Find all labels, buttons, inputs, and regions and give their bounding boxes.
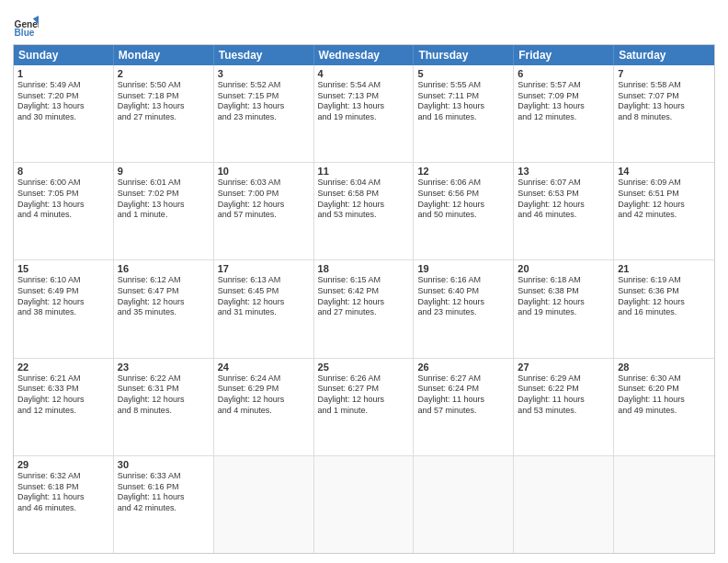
weekday-label: Tuesday (214, 45, 314, 65)
day-number: 7 (618, 68, 711, 79)
logo: General Blue (13, 13, 42, 39)
day-number: 8 (17, 166, 109, 177)
calendar-cell: 20Sunrise: 6:18 AM Sunset: 6:38 PM Dayli… (514, 260, 614, 357)
cell-content: Sunrise: 5:58 AM Sunset: 7:07 PM Dayligh… (618, 80, 711, 123)
calendar-cell: 13Sunrise: 6:07 AM Sunset: 6:53 PM Dayli… (514, 163, 614, 259)
calendar-cell: 10Sunrise: 6:03 AM Sunset: 7:00 PM Dayli… (214, 163, 314, 259)
calendar-cell: 23Sunrise: 6:22 AM Sunset: 6:31 PM Dayli… (114, 359, 214, 455)
cell-content: Sunrise: 6:19 AM Sunset: 6:36 PM Dayligh… (618, 275, 711, 318)
calendar-cell: 15Sunrise: 6:10 AM Sunset: 6:49 PM Dayli… (14, 260, 114, 357)
calendar: SundayMondayTuesdayWednesdayThursdayFrid… (13, 44, 715, 554)
calendar-cell: 3Sunrise: 5:52 AM Sunset: 7:15 PM Daylig… (214, 65, 314, 162)
cell-content: Sunrise: 6:32 AM Sunset: 6:18 PM Dayligh… (17, 471, 109, 514)
weekday-label: Friday (514, 45, 614, 65)
cell-content: Sunrise: 6:07 AM Sunset: 6:53 PM Dayligh… (518, 178, 609, 221)
calendar-row: 15Sunrise: 6:10 AM Sunset: 6:49 PM Dayli… (14, 260, 714, 358)
calendar-cell: 11Sunrise: 6:04 AM Sunset: 6:58 PM Dayli… (314, 163, 415, 259)
calendar-cell (214, 456, 314, 553)
calendar-cell: 6Sunrise: 5:57 AM Sunset: 7:09 PM Daylig… (514, 65, 614, 162)
calendar-row: 29Sunrise: 6:32 AM Sunset: 6:18 PM Dayli… (14, 456, 714, 553)
calendar-header: SundayMondayTuesdayWednesdayThursdayFrid… (14, 45, 714, 65)
cell-content: Sunrise: 6:33 AM Sunset: 6:16 PM Dayligh… (118, 471, 210, 514)
day-number: 24 (218, 362, 310, 373)
cell-content: Sunrise: 6:21 AM Sunset: 6:33 PM Dayligh… (17, 373, 109, 417)
weekday-label: Sunday (14, 45, 114, 65)
logo-icon: General Blue (13, 13, 39, 39)
weekday-label: Thursday (414, 45, 514, 65)
svg-text:Blue: Blue (15, 28, 35, 38)
cell-content: Sunrise: 6:13 AM Sunset: 6:45 PM Dayligh… (218, 275, 310, 318)
cell-content: Sunrise: 6:22 AM Sunset: 6:31 PM Dayligh… (118, 373, 210, 417)
weekday-label: Saturday (614, 45, 714, 65)
cell-content: Sunrise: 6:29 AM Sunset: 6:22 PM Dayligh… (518, 373, 609, 417)
cell-content: Sunrise: 6:16 AM Sunset: 6:40 PM Dayligh… (417, 275, 509, 318)
calendar-cell: 2Sunrise: 5:50 AM Sunset: 7:18 PM Daylig… (114, 65, 214, 162)
day-number: 29 (17, 459, 109, 470)
cell-content: Sunrise: 6:10 AM Sunset: 6:49 PM Dayligh… (17, 275, 109, 318)
calendar-cell: 26Sunrise: 6:27 AM Sunset: 6:24 PM Dayli… (414, 359, 514, 455)
calendar-cell: 12Sunrise: 6:06 AM Sunset: 6:56 PM Dayli… (414, 163, 514, 259)
cell-content: Sunrise: 6:00 AM Sunset: 7:05 PM Dayligh… (17, 178, 109, 221)
calendar-cell: 8Sunrise: 6:00 AM Sunset: 7:05 PM Daylig… (14, 163, 114, 259)
cell-content: Sunrise: 6:04 AM Sunset: 6:58 PM Dayligh… (318, 178, 410, 221)
day-number: 10 (218, 166, 310, 177)
day-number: 5 (417, 68, 509, 79)
calendar-cell: 30Sunrise: 6:33 AM Sunset: 6:16 PM Dayli… (114, 456, 214, 553)
calendar-cell (514, 456, 614, 553)
cell-content: Sunrise: 6:26 AM Sunset: 6:27 PM Dayligh… (318, 373, 410, 417)
cell-content: Sunrise: 6:18 AM Sunset: 6:38 PM Dayligh… (518, 275, 609, 318)
day-number: 23 (118, 362, 210, 373)
day-number: 18 (318, 263, 410, 274)
cell-content: Sunrise: 5:57 AM Sunset: 7:09 PM Dayligh… (518, 80, 609, 123)
day-number: 20 (518, 263, 609, 274)
calendar-cell: 4Sunrise: 5:54 AM Sunset: 7:13 PM Daylig… (314, 65, 415, 162)
calendar-cell (614, 456, 714, 553)
day-number: 16 (118, 263, 210, 274)
day-number: 21 (618, 263, 711, 274)
calendar-cell: 28Sunrise: 6:30 AM Sunset: 6:20 PM Dayli… (614, 359, 714, 455)
day-number: 30 (118, 459, 210, 470)
calendar-cell: 7Sunrise: 5:58 AM Sunset: 7:07 PM Daylig… (614, 65, 714, 162)
day-number: 4 (318, 68, 410, 79)
weekday-label: Wednesday (314, 45, 415, 65)
calendar-cell: 9Sunrise: 6:01 AM Sunset: 7:02 PM Daylig… (114, 163, 214, 259)
cell-content: Sunrise: 6:12 AM Sunset: 6:47 PM Dayligh… (118, 275, 210, 318)
calendar-cell: 22Sunrise: 6:21 AM Sunset: 6:33 PM Dayli… (14, 359, 114, 455)
calendar-cell: 17Sunrise: 6:13 AM Sunset: 6:45 PM Dayli… (214, 260, 314, 357)
cell-content: Sunrise: 5:54 AM Sunset: 7:13 PM Dayligh… (318, 80, 410, 123)
calendar-body: 1Sunrise: 5:49 AM Sunset: 7:20 PM Daylig… (14, 65, 714, 553)
calendar-cell: 27Sunrise: 6:29 AM Sunset: 6:22 PM Dayli… (514, 359, 614, 455)
day-number: 25 (318, 362, 410, 373)
calendar-cell: 14Sunrise: 6:09 AM Sunset: 6:51 PM Dayli… (614, 163, 714, 259)
day-number: 13 (518, 166, 609, 177)
cell-content: Sunrise: 5:55 AM Sunset: 7:11 PM Dayligh… (417, 80, 509, 123)
calendar-cell: 21Sunrise: 6:19 AM Sunset: 6:36 PM Dayli… (614, 260, 714, 357)
cell-content: Sunrise: 6:15 AM Sunset: 6:42 PM Dayligh… (318, 275, 410, 318)
calendar-cell: 24Sunrise: 6:24 AM Sunset: 6:29 PM Dayli… (214, 359, 314, 455)
calendar-cell (314, 456, 415, 553)
calendar-row: 22Sunrise: 6:21 AM Sunset: 6:33 PM Dayli… (14, 359, 714, 456)
day-number: 1 (17, 68, 109, 79)
day-number: 28 (618, 362, 711, 373)
day-number: 17 (218, 263, 310, 274)
day-number: 15 (17, 263, 109, 274)
cell-content: Sunrise: 6:27 AM Sunset: 6:24 PM Dayligh… (417, 373, 509, 417)
day-number: 3 (218, 68, 310, 79)
cell-content: Sunrise: 6:30 AM Sunset: 6:20 PM Dayligh… (618, 373, 711, 417)
cell-content: Sunrise: 5:49 AM Sunset: 7:20 PM Dayligh… (17, 80, 109, 123)
cell-content: Sunrise: 5:52 AM Sunset: 7:15 PM Dayligh… (218, 80, 310, 123)
day-number: 27 (518, 362, 609, 373)
day-number: 14 (618, 166, 711, 177)
day-number: 9 (118, 166, 210, 177)
page-header: General Blue (13, 9, 715, 39)
calendar-cell: 19Sunrise: 6:16 AM Sunset: 6:40 PM Dayli… (414, 260, 514, 357)
cell-content: Sunrise: 6:03 AM Sunset: 7:00 PM Dayligh… (218, 178, 310, 221)
cell-content: Sunrise: 6:24 AM Sunset: 6:29 PM Dayligh… (218, 373, 310, 417)
calendar-cell: 5Sunrise: 5:55 AM Sunset: 7:11 PM Daylig… (414, 65, 514, 162)
calendar-row: 1Sunrise: 5:49 AM Sunset: 7:20 PM Daylig… (14, 65, 714, 163)
cell-content: Sunrise: 6:01 AM Sunset: 7:02 PM Dayligh… (118, 178, 210, 221)
calendar-cell (414, 456, 514, 553)
calendar-cell: 29Sunrise: 6:32 AM Sunset: 6:18 PM Dayli… (14, 456, 114, 553)
day-number: 2 (118, 68, 210, 79)
calendar-cell: 25Sunrise: 6:26 AM Sunset: 6:27 PM Dayli… (314, 359, 415, 455)
